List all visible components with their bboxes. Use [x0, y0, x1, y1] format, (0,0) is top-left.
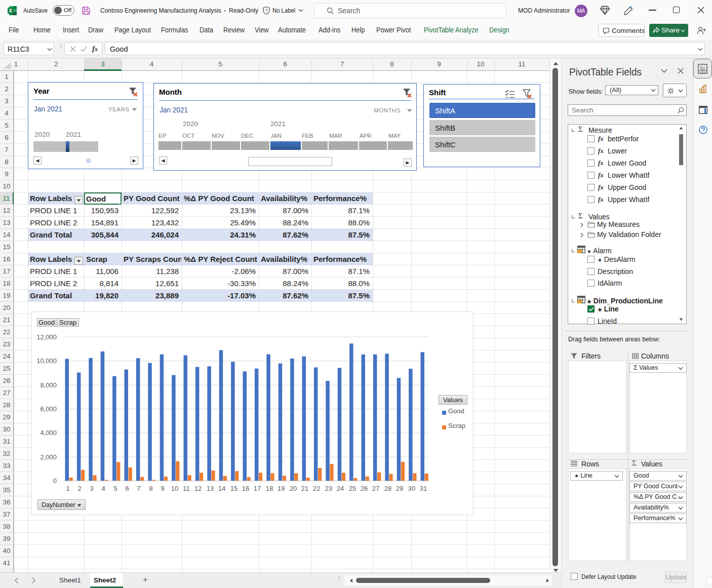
svg-text:?: ?	[265, 8, 267, 13]
svg-text:X: X	[9, 8, 12, 14]
